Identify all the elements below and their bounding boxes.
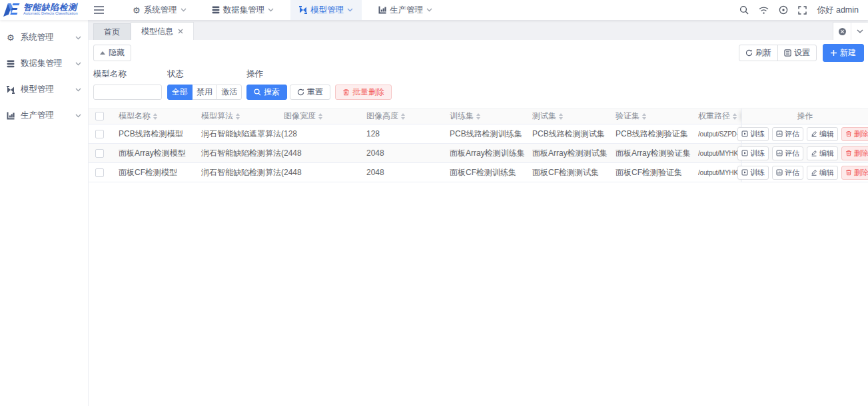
create-button[interactable]: 新建 <box>823 44 864 62</box>
train-button[interactable]: 训练 <box>737 146 769 160</box>
column-header-img-width: 图像宽度 <box>284 110 316 122</box>
cell-img-height: 2048 <box>366 163 450 182</box>
fullscreen-icon[interactable] <box>798 6 807 15</box>
sidebar-item-system[interactable]: ⚙ 系统管理 <box>0 25 88 51</box>
refresh-icon <box>297 89 304 96</box>
reset-button[interactable]: 重置 <box>290 85 330 100</box>
status-all-button[interactable]: 全部 <box>167 85 193 100</box>
status-disabled-button[interactable]: 禁用 <box>192 85 217 100</box>
tab-label: 首页 <box>104 27 120 38</box>
user-greeting[interactable]: 你好 admin <box>817 5 859 16</box>
logo-mark-icon <box>3 3 20 17</box>
report-icon <box>776 169 783 176</box>
sort-icon[interactable] <box>318 113 322 120</box>
table-row: 面板Array检测模型 润石智能缺陷检测算法(CA50) 2448 2048 面… <box>89 144 868 163</box>
target-icon[interactable] <box>779 5 788 15</box>
cell-model-name: 面板CF检测模型 <box>119 163 201 182</box>
sort-icon[interactable] <box>642 113 646 120</box>
cell-weight-path: /output/MYHK-CF <box>698 163 741 182</box>
nav-item-production[interactable]: 生产管理 <box>370 0 441 20</box>
sort-icon[interactable] <box>476 113 480 120</box>
tab-controls <box>833 22 868 40</box>
cell-model-name: 面板Array检测模型 <box>119 144 201 162</box>
model-icon <box>7 86 15 94</box>
wifi-icon[interactable] <box>759 6 769 15</box>
status-active-button[interactable]: 激活 <box>217 85 242 100</box>
search-button[interactable]: 搜索 <box>246 85 287 100</box>
model-name-label: 模型名称 <box>93 69 162 80</box>
sort-icon[interactable] <box>401 113 405 120</box>
row-checkbox[interactable] <box>95 130 104 138</box>
cell-img-width: 2448 <box>284 144 366 162</box>
train-button[interactable]: 训练 <box>737 166 769 180</box>
database-icon <box>212 6 220 14</box>
row-actions: 训练 评估 编辑 删除 <box>741 124 868 143</box>
cell-algorithm: 润石智能缺陷遮罩算法(X101) <box>201 124 284 143</box>
tab-options-chevron-icon[interactable] <box>851 23 868 40</box>
search-icon[interactable] <box>739 5 749 15</box>
tab-model-info[interactable]: 模型信息 <box>131 22 194 40</box>
cell-weight-path: /output/SZPD-071 <box>698 124 741 143</box>
document-icon <box>741 169 748 176</box>
nav-item-label: 系统管理 <box>144 5 177 16</box>
refresh-label: 刷新 <box>755 47 771 59</box>
nav-item-label: 数据集管理 <box>223 5 265 16</box>
cell-img-width: 128 <box>284 124 366 143</box>
report-icon <box>776 130 783 137</box>
row-actions: 训练 评估 编辑 删除 <box>741 144 868 162</box>
delete-button[interactable]: 删除 <box>841 146 868 160</box>
edit-icon <box>811 150 817 156</box>
delete-button[interactable]: 删除 <box>841 127 868 141</box>
sort-icon[interactable] <box>236 113 240 120</box>
sidebar-item-dataset[interactable]: 数据集管理 <box>0 51 88 77</box>
sidebar-item-label: 数据集管理 <box>21 58 63 69</box>
sort-icon[interactable] <box>733 113 737 120</box>
search-label: 搜索 <box>264 87 280 98</box>
delete-button[interactable]: 删除 <box>841 166 868 180</box>
cell-valid-set: PCB线路检测验证集 <box>616 124 698 143</box>
row-checkbox[interactable] <box>95 149 104 158</box>
reset-label: 重置 <box>307 87 323 98</box>
logo-text: 智能缺陷检测 Automatic Defects Classification <box>23 3 85 17</box>
sidebar-item-production[interactable]: 生产管理 <box>0 102 88 128</box>
document-icon <box>741 130 748 137</box>
select-all-checkbox[interactable] <box>95 112 104 120</box>
nav-item-dataset[interactable]: 数据集管理 <box>203 0 283 20</box>
triangle-up-icon <box>100 51 105 55</box>
hide-filter-button[interactable]: 隐藏 <box>93 45 131 61</box>
column-header-ops: 操作 <box>797 110 813 122</box>
nav-item-model[interactable]: 模型管理 <box>290 0 362 20</box>
close-icon[interactable] <box>178 29 183 34</box>
row-checkbox[interactable] <box>95 168 104 177</box>
database-icon <box>7 60 15 68</box>
nav-item-system[interactable]: ⚙ 系统管理 <box>124 0 195 20</box>
edit-icon <box>811 169 817 176</box>
table-row: PCB线路检测模型 润石智能缺陷遮罩算法(X101) 128 128 PCB线路… <box>89 124 868 144</box>
status-label: 状态 <box>167 69 242 80</box>
train-button[interactable]: 训练 <box>737 127 769 141</box>
edit-button[interactable]: 编辑 <box>807 127 838 141</box>
refresh-button[interactable]: 刷新 <box>739 45 778 61</box>
column-header-valid: 验证集 <box>616 110 640 122</box>
evaluate-button[interactable]: 评估 <box>772 127 803 141</box>
chevron-down-icon <box>75 88 81 92</box>
sort-icon[interactable] <box>559 113 563 120</box>
edit-button[interactable]: 编辑 <box>807 166 838 180</box>
sidebar-item-model[interactable]: 模型管理 <box>0 77 88 102</box>
sort-icon[interactable] <box>153 113 157 120</box>
column-header-train: 训练集 <box>450 110 474 122</box>
table-tools-group: 刷新 设置 <box>739 45 817 61</box>
top-nav-menu: ⚙ 系统管理 数据集管理 模型管理 <box>116 0 441 20</box>
settings-button[interactable]: 设置 <box>777 45 817 61</box>
factory-icon <box>378 6 386 14</box>
evaluate-button[interactable]: 评估 <box>772 146 803 160</box>
model-name-input[interactable] <box>93 85 162 100</box>
edit-button[interactable]: 编辑 <box>807 146 838 160</box>
cell-train-set: PCB线路检测训练集 <box>450 124 532 143</box>
tab-home[interactable]: 首页 <box>93 23 131 40</box>
batch-delete-button[interactable]: 批量删除 <box>335 85 392 100</box>
evaluate-button[interactable]: 评估 <box>772 166 803 180</box>
close-all-tabs-icon[interactable] <box>833 23 851 40</box>
chevron-down-icon <box>181 8 187 12</box>
hamburger-menu-icon[interactable] <box>94 6 104 14</box>
